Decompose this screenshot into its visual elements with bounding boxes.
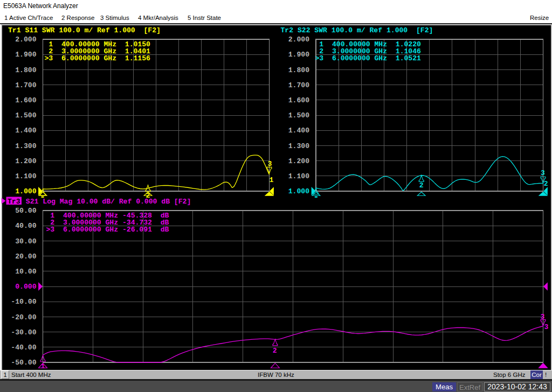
svg-text:S21 Log Mag 10.00 dB/ Ref 0.00: S21 Log Mag 10.00 dB/ Ref 0.000 dB [F2]	[22, 198, 191, 206]
svg-text:2: 2	[544, 180, 548, 188]
svg-text:2.000: 2.000	[288, 36, 309, 44]
svg-text:3: 3	[544, 323, 549, 331]
svg-text:1.400: 1.400	[288, 127, 309, 135]
svg-text:-50.00: -50.00	[11, 359, 36, 367]
svg-text:1.200: 1.200	[15, 157, 36, 165]
svg-text:2: 2	[273, 347, 277, 355]
svg-text:2: 2	[146, 192, 150, 200]
svg-text:1.900: 1.900	[288, 51, 309, 59]
svg-text:1.000: 1.000	[15, 187, 36, 195]
svg-text:1.500: 1.500	[288, 111, 309, 120]
svg-text:-10.00: -10.00	[11, 298, 36, 306]
svg-text:1.300: 1.300	[15, 142, 36, 150]
svg-text:50.00: 50.00	[15, 207, 36, 215]
svg-text:3: 3	[268, 160, 272, 168]
svg-text:1.000: 1.000	[288, 187, 309, 195]
svg-text:>3 6.0000000 GHz -26.091 dB: >3 6.0000000 GHz -26.091 dB	[46, 226, 169, 234]
svg-text:>3 6.0000000 GHz 1.0521: >3 6.0000000 GHz 1.0521	[315, 54, 422, 62]
svg-text:2: 2	[419, 181, 424, 190]
svg-text:Tr1 S11 SWR 100.0 m/ Ref 1.000: Tr1 S11 SWR 100.0 m/ Ref 1.000 [F2]	[8, 26, 161, 34]
svg-text:1.200: 1.200	[288, 157, 309, 165]
svg-text:1.400: 1.400	[15, 127, 36, 135]
svg-text:1.300: 1.300	[288, 142, 309, 150]
svg-text:1.800: 1.800	[15, 66, 36, 74]
svg-text:-20.00: -20.00	[11, 313, 36, 321]
svg-text:1.500: 1.500	[15, 111, 36, 120]
svg-text:3: 3	[541, 313, 545, 321]
svg-text:20.00: 20.00	[15, 253, 36, 261]
svg-text:1.900: 1.900	[15, 51, 36, 59]
svg-text:30.00: 30.00	[15, 237, 36, 246]
svg-text:1: 1	[41, 362, 45, 370]
svg-text:1: 1	[270, 176, 274, 184]
svg-text:0.000: 0.000	[15, 283, 36, 291]
svg-text:1.600: 1.600	[288, 96, 309, 104]
svg-text:10.00: 10.00	[15, 268, 36, 276]
svg-text:-40.00: -40.00	[11, 344, 36, 352]
svg-text:1.100: 1.100	[288, 172, 309, 180]
svg-text:1.600: 1.600	[15, 96, 36, 104]
svg-text:1.700: 1.700	[15, 81, 36, 89]
svg-text:>3 6.0000000 GHz 1.1156: >3 6.0000000 GHz 1.1156	[45, 54, 151, 62]
svg-text:1.700: 1.700	[288, 81, 309, 89]
svg-text:40.00: 40.00	[15, 222, 36, 230]
svg-text:Tr2 S22 SWR 100.0 m/ Ref 1.000: Tr2 S22 SWR 100.0 m/ Ref 1.000 [F2]	[281, 26, 433, 34]
svg-text:3: 3	[541, 169, 545, 177]
svg-text:2.000: 2.000	[15, 36, 36, 44]
svg-text:1.100: 1.100	[15, 172, 36, 180]
svg-text:1.800: 1.800	[288, 66, 309, 74]
svg-text:-30.00: -30.00	[11, 328, 36, 337]
svg-text:Tr3: Tr3	[8, 198, 20, 206]
